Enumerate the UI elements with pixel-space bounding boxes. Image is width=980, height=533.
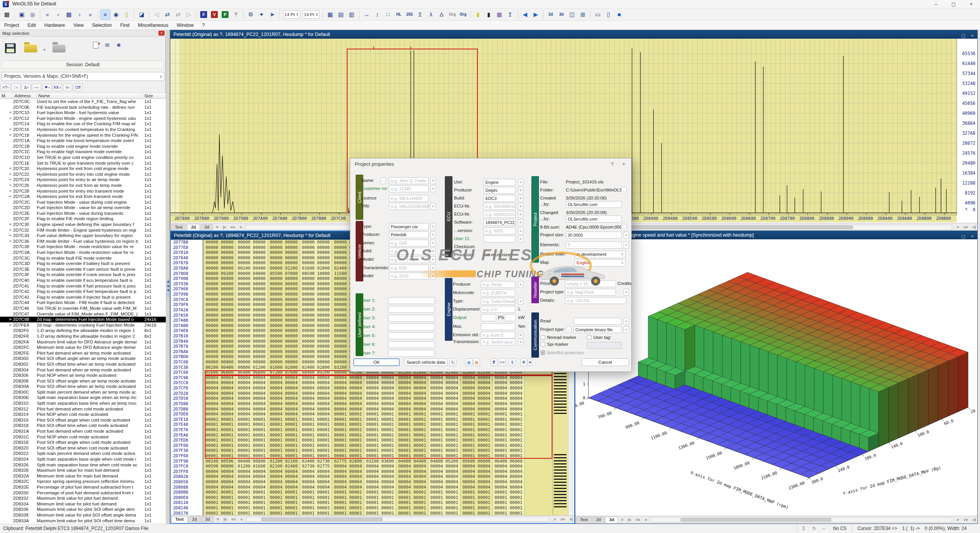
hex-row[interactable]: 2D7F3800001 0000100001 0000100001 000010… bbox=[171, 448, 554, 453]
settings-dropdown-icon[interactable]: ▾ bbox=[528, 358, 532, 366]
list-item[interactable]: 2D831EPost SOI offset angle when cold mo… bbox=[0, 440, 166, 445]
list-item[interactable]: ∗2D7C28Hysteresis point for entry into t… bbox=[0, 188, 166, 194]
eprom-write-icon[interactable]: ↥ bbox=[505, 10, 515, 20]
scroll--icon[interactable]: |< bbox=[221, 225, 227, 229]
list-item[interactable]: 2D832EPercentage of pilot fuel demand su… bbox=[0, 484, 166, 490]
panel-collapse-icon[interactable]: ◀◀◀ bbox=[166, 280, 170, 297]
scroll--icon[interactable]: |< bbox=[222, 517, 228, 522]
hex-row[interactable]: 2D7F9800240 0059600400 0080001200 021000… bbox=[171, 459, 554, 464]
list-item[interactable]: ∗2D7C20Hysteresis point for exit from co… bbox=[0, 166, 166, 172]
list-item[interactable]: ∗2D7C34Fuel value defining the upper bou… bbox=[0, 233, 166, 239]
hex-row[interactable]: 2D805800004 0000400004 0000400004 000040… bbox=[171, 479, 554, 485]
hscrollbar[interactable] bbox=[246, 517, 549, 522]
minimize-icon[interactable]: ─ bbox=[927, 0, 945, 8]
expand-button[interactable]: > bbox=[624, 318, 629, 325]
map-search-icon[interactable]: ◉ bbox=[111, 10, 121, 20]
list-item[interactable]: 2D7C2CFuel Injection Mode - value during… bbox=[0, 199, 166, 205]
hex-row[interactable]: 2D7E1800001 0000100001 0000100001 000010… bbox=[171, 417, 554, 422]
list-item[interactable]: 2D8302Pilot SOI offset time when air tem… bbox=[0, 361, 166, 367]
menu-window[interactable]: Window bbox=[173, 21, 198, 30]
list-item[interactable]: ∗2D7C30Engine speed value defining the u… bbox=[0, 222, 166, 227]
list-item[interactable]: 2D7C46Set TRUE to override FIM_Mode valu… bbox=[0, 306, 166, 311]
grid-align-icon[interactable]: ∷ bbox=[383, 10, 393, 20]
hex-row[interactable]: 2D7D5800004 0000400004 0000400004 000040… bbox=[171, 396, 554, 401]
tab-divider-icon[interactable]: = bbox=[215, 517, 220, 522]
scroll-right-icon[interactable]: >> bbox=[962, 225, 970, 229]
checkbox-noread-marker[interactable]: Noread marker bbox=[541, 335, 577, 340]
dialog-close-icon[interactable]: × bbox=[622, 161, 625, 167]
filter-values[interactable]: ∷▾ bbox=[11, 83, 21, 91]
list-item[interactable]: ∗2D7C982d map - determines Fuel Injectio… bbox=[0, 317, 166, 322]
list-item[interactable]: 2D8334Minimum limit value for pilot fuel… bbox=[0, 501, 166, 507]
scroll-right-icon[interactable]: > bbox=[955, 225, 960, 229]
hex-row[interactable]: 2D80E800001 0000100001 0000100001 000010… bbox=[171, 495, 554, 500]
list-item[interactable]: 2D7C0CUsed to set the value of the F_FIE… bbox=[0, 99, 166, 105]
checkbox-icon[interactable] bbox=[541, 335, 545, 340]
map-list-icon[interactable]: ≡ bbox=[100, 10, 110, 20]
field-input[interactable] bbox=[573, 318, 622, 325]
active-window-icon[interactable]: ■ bbox=[614, 10, 624, 20]
list-item[interactable]: 2D8324Split main separation base angle w… bbox=[0, 456, 166, 462]
hscrollbar[interactable] bbox=[650, 517, 952, 522]
hexdump-2d-window-title[interactable]: Peterbilt (Original) as ?, 1894874_PC22_… bbox=[170, 30, 977, 39]
view-fixed-icon[interactable]: F bbox=[199, 10, 209, 20]
swap-status-icon[interactable]: ⇔ bbox=[822, 526, 826, 531]
tab-divider-icon[interactable]: = bbox=[214, 225, 220, 229]
panel-close-icon[interactable]: × bbox=[158, 31, 165, 36]
scroll--icon[interactable]: << bbox=[229, 225, 237, 229]
nav-next-icon[interactable]: › bbox=[75, 10, 85, 20]
scroll--icon[interactable]: < bbox=[238, 225, 243, 229]
win-vertical-icon[interactable]: ▯ bbox=[604, 10, 614, 20]
list-item[interactable]: ∗2D7C12Fuel Injection Mode - engine spee… bbox=[0, 116, 166, 121]
window-buttons[interactable]: ▢ × bbox=[961, 232, 976, 239]
lambda-icon[interactable]: λ bbox=[426, 10, 436, 20]
version-next-icon[interactable]: ▷ bbox=[184, 10, 194, 20]
tab-2d[interactable]: 2d bbox=[592, 517, 604, 523]
list-item[interactable]: 2D7C3CFlag to enable fault FIE mode over… bbox=[0, 255, 166, 261]
nav-first-icon[interactable]: « bbox=[42, 10, 52, 20]
expand-button[interactable]: > bbox=[624, 242, 629, 249]
list-item[interactable]: 2D830APost SOI offset time when air temp… bbox=[0, 384, 166, 389]
list-item[interactable]: 2D8322Split main percent demand when col… bbox=[0, 451, 166, 456]
column-name[interactable]: Name bbox=[37, 93, 143, 99]
filter-triangle[interactable]: Δ▾ bbox=[21, 83, 31, 91]
hex-row[interactable]: 2D7DB800004 0000400004 0000400004 000040… bbox=[171, 407, 554, 412]
legal-icon[interactable]: § bbox=[509, 358, 516, 366]
checkbox-icon[interactable] bbox=[541, 342, 545, 347]
mail-icon[interactable]: ✉ bbox=[103, 41, 112, 50]
nav-prev-icon[interactable]: ‹ bbox=[53, 10, 63, 20]
new-project-icon[interactable]: ▣ bbox=[17, 10, 27, 20]
user-tag-input[interactable] bbox=[587, 342, 622, 349]
refresh-status-icon[interactable]: ↻ bbox=[812, 526, 816, 531]
menu-edit[interactable]: Edit bbox=[23, 21, 40, 30]
column-m[interactable]: M. bbox=[0, 93, 13, 99]
expand-button[interactable]: > bbox=[518, 338, 523, 345]
field-select[interactable]: in development∨ bbox=[575, 251, 626, 258]
settings-doc-icon[interactable]: ⚙ bbox=[520, 358, 527, 366]
field-input[interactable]: e.g. 2.0 bbox=[481, 306, 515, 313]
field-input[interactable] bbox=[388, 350, 435, 357]
list-item[interactable]: 2D7C38Fuel Injection Mode - mode restric… bbox=[0, 244, 166, 250]
field-input[interactable]: empty = 10 bbox=[565, 280, 616, 287]
checkbox-bdm-bsl-protection[interactable]: ✓Bdm/Bsl protection bbox=[541, 350, 584, 355]
list-item[interactable]: 2D82FCMinimum limit value for DFD Advanc… bbox=[0, 345, 166, 350]
tab-3d[interactable]: 3d bbox=[605, 517, 618, 523]
menu-hardware[interactable]: Hardware bbox=[40, 21, 69, 30]
new-page-icon[interactable] bbox=[91, 41, 100, 50]
scroll-right-icon[interactable]: >> bbox=[559, 517, 567, 522]
list-item[interactable]: 2D832AMinimum limit value for main fuel … bbox=[0, 473, 166, 479]
upload-globe-icon[interactable]: ◍ bbox=[473, 358, 480, 366]
list-item[interactable]: ∗2D7C10Fuel Injection Mode - fuel hyster… bbox=[0, 110, 166, 116]
checkbox-user-tag-[interactable]: User tag: bbox=[587, 335, 611, 340]
hex-row[interactable]: 2D7ED800001 0000100001 0000100001 000010… bbox=[171, 438, 554, 443]
hex-row[interactable]: 2D808800004 0000400004 0000400004 000040… bbox=[171, 485, 554, 490]
window-buttons[interactable]: ▢ × bbox=[961, 31, 976, 39]
maximize-icon[interactable]: ▢ bbox=[945, 0, 962, 8]
list-item[interactable]: 2D8314Pilot NOP when cold mode activated… bbox=[0, 412, 166, 417]
list-item[interactable]: 2D7C41Flag to enable override if fuel pr… bbox=[0, 283, 166, 289]
hex-row[interactable]: 2D7F0800001 0000100001 0000100001 000010… bbox=[171, 443, 554, 448]
scroll--icon[interactable]: < bbox=[643, 518, 648, 522]
list-item[interactable]: 2D82F01-D array defining the allowable m… bbox=[0, 328, 166, 334]
list-item[interactable]: 2D8316Pilot SOI offset angle when cold m… bbox=[0, 417, 166, 423]
scroll--icon[interactable]: < bbox=[239, 517, 244, 522]
